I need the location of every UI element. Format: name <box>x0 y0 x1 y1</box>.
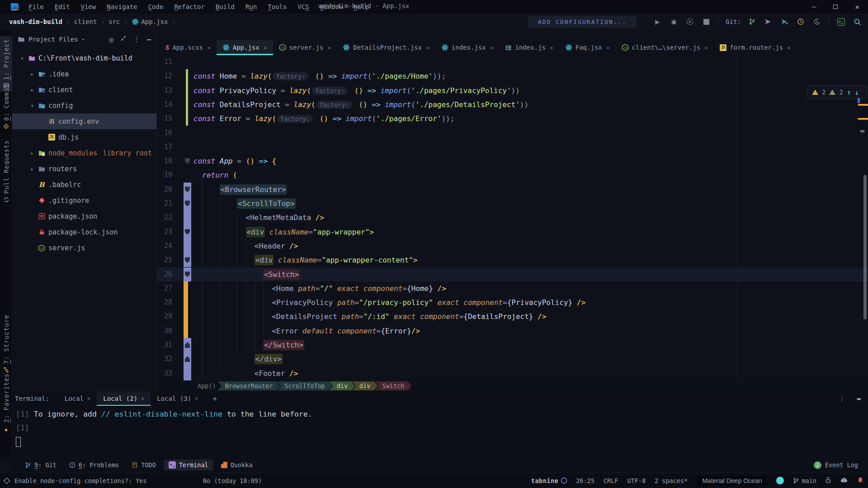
chevron-right-icon[interactable]: ▸ <box>28 71 37 77</box>
editor-tab-faq-jsx[interactable]: Faq.jsx× <box>559 40 616 55</box>
toolwindow-button-todo[interactable]: TODO <box>127 460 160 470</box>
notification-text[interactable]: Enable node-config completions?: Yes <box>14 477 147 484</box>
close-tab-icon[interactable]: × <box>490 44 494 51</box>
notification-secondary[interactable]: No (today 18:09) <box>203 477 262 484</box>
editor-tab-detailsproject-jsx[interactable]: DetailsProject.jsx× <box>337 40 435 55</box>
terminal-tab-local-3-[interactable]: Local (3)× <box>151 391 204 406</box>
breadcrumb-tag-browserrouter[interactable]: BrowserRouter <box>218 381 280 390</box>
locate-file-icon[interactable]: ◎ <box>109 35 113 44</box>
event-log-button[interactable]: 2Event Log <box>814 461 868 469</box>
fold-marker-icon[interactable] <box>185 158 190 164</box>
toolwindow-button-9-git[interactable]: 9: Git <box>20 460 61 470</box>
hide-panel-icon[interactable]: — <box>147 35 151 43</box>
terminal-options-kebab-icon[interactable]: ⋮ <box>839 395 845 402</box>
tree-row-db-js[interactable]: JSdb.js <box>12 129 156 145</box>
menu-navigate[interactable]: Navigate <box>102 2 142 11</box>
collapse-all-icon[interactable] <box>120 35 127 43</box>
close-tab-icon[interactable]: × <box>264 44 267 51</box>
close-tab-icon[interactable]: × <box>207 44 211 51</box>
terminal-tab-local[interactable]: Local× <box>58 391 97 406</box>
close-tab-icon[interactable]: × <box>550 44 553 51</box>
notifications-bell-icon[interactable] <box>857 477 863 485</box>
chevron-right-icon[interactable]: ▸ <box>28 166 37 172</box>
tree-row-config[interactable]: ▾config <box>12 98 156 113</box>
editor-tab-server-js[interactable]: JSserver.js× <box>273 40 337 55</box>
tree-row--babelrc[interactable]: B.babelrc <box>12 177 156 192</box>
close-tab-icon[interactable]: × <box>426 44 429 51</box>
stripe-item-0-commit[interactable]: 0: Commit <box>0 84 12 129</box>
breadcrumb-item[interactable]: src <box>108 18 120 25</box>
editor-tab-form-router-js[interactable]: JSform.router.js× <box>714 40 797 55</box>
tree-row-node-modules[interactable]: ▸node_moduleslibrary root <box>12 145 156 161</box>
tree-row-c-front-vash-dim-build[interactable]: ▾C:\Front\vash-dim-build <box>12 50 156 66</box>
tabnine-widget[interactable]: tabnine <box>531 477 567 484</box>
editor-tab-index-jsx[interactable]: index.jsx× <box>435 40 500 55</box>
tree-row-package-json[interactable]: package.json <box>12 208 156 224</box>
menu-vcs[interactable]: VCS <box>293 2 313 11</box>
menu-tools[interactable]: Tools <box>263 2 291 11</box>
run-icon[interactable]: ▶ <box>653 17 662 26</box>
git-branch-widget[interactable]: main <box>793 477 816 484</box>
close-tab-icon[interactable]: × <box>87 395 90 402</box>
git-update-icon[interactable] <box>764 17 773 26</box>
search-everywhere-icon[interactable] <box>853 17 862 26</box>
tree-row--idea[interactable]: ▸.idea <box>12 66 156 82</box>
terminal-output[interactable]: [1] To ignore, add // eslint-disable-nex… <box>16 408 864 447</box>
close-tab-icon[interactable]: × <box>327 44 331 51</box>
toolwindow-button-terminal[interactable]: >_Terminal <box>164 460 213 470</box>
new-terminal-tab-icon[interactable]: + <box>212 394 217 403</box>
caret-position[interactable]: 26:25 <box>576 477 594 484</box>
breadcrumb-item[interactable]: App.jsx <box>132 18 168 25</box>
menu-code[interactable]: Code <box>144 2 168 11</box>
git-push-icon[interactable] <box>780 17 789 26</box>
chevron-right-icon[interactable]: ▸ <box>28 150 37 156</box>
terminal-hide-icon[interactable]: ▬ <box>857 395 861 402</box>
toolwindow-button-quokka[interactable]: Quokka <box>217 460 257 470</box>
breadcrumb-item[interactable]: vash-dim-build <box>9 18 62 25</box>
editor-tab-client-server-js[interactable]: JSclient\…\server.js× <box>616 40 714 55</box>
breadcrumb-tag-switch[interactable]: Switch <box>375 381 412 390</box>
highlighting-level-icon[interactable] <box>776 477 784 484</box>
code-editor[interactable]: 1112const Home = lazy(factory: () => imp… <box>157 55 868 380</box>
minimize-icon[interactable] <box>803 0 825 14</box>
breadcrumb-tag-div[interactable]: div <box>352 381 377 390</box>
tree-row-server-js[interactable]: JSserver.js <box>12 240 156 256</box>
close-tab-icon[interactable]: × <box>606 44 610 51</box>
add-configuration-button[interactable]: ADD CONFIGURATION... <box>528 16 637 28</box>
close-tab-icon[interactable]: × <box>195 395 198 402</box>
theme-name[interactable]: Material Deep Ocean <box>697 476 767 486</box>
menu-refactor[interactable]: Refactor <box>170 2 209 11</box>
menu-view[interactable]: View <box>76 2 100 11</box>
breadcrumb-tag-app[interactable]: App() <box>193 381 221 390</box>
menu-edit[interactable]: Edit <box>50 2 75 11</box>
tree-row--gitignore[interactable]: .gitignore <box>12 192 156 208</box>
menu-build[interactable]: Build <box>211 2 239 11</box>
stop-icon[interactable] <box>702 17 711 26</box>
run-with-coverage-icon[interactable] <box>685 17 694 26</box>
menu-file[interactable]: File <box>24 2 48 11</box>
close-tab-icon[interactable]: × <box>141 395 144 402</box>
indent-setting[interactable]: 2 spaces* <box>655 477 688 484</box>
editor-tab-app-jsx[interactable]: App.jsx× <box>217 40 273 55</box>
local-history-icon[interactable] <box>796 17 805 26</box>
toolwindow-button-6-problems[interactable]: 6: Problems <box>65 460 123 470</box>
stripe-item-2-favorites[interactable]: 2: Favorites★ <box>0 373 12 433</box>
unlock-icon[interactable] <box>826 477 831 485</box>
file-encoding[interactable]: UTF-8 <box>627 477 646 484</box>
breadcrumb-tag-div[interactable]: div <box>330 381 355 390</box>
code-analysis-icon[interactable]: ? <box>840 477 848 484</box>
webstorm-logo-icon[interactable]: WS <box>11 3 19 11</box>
chevron-down-icon[interactable]: ▾ <box>18 55 27 61</box>
tree-row-package-lock-json[interactable]: package-lock.json <box>12 224 156 240</box>
close-icon[interactable]: × <box>846 0 868 14</box>
breadcrumb-tag-scrolltotop[interactable]: ScrollToTop <box>277 381 332 390</box>
debug-icon[interactable] <box>669 17 678 26</box>
prev-problem-arrow-icon[interactable]: ↑ <box>847 88 851 97</box>
close-tab-icon[interactable]: × <box>704 44 708 51</box>
breadcrumb-item[interactable]: client <box>74 18 97 25</box>
chevron-down-icon[interactable]: ▾ <box>28 103 37 109</box>
project-view-selector[interactable]: Project Files <box>28 36 78 43</box>
close-tab-icon[interactable]: × <box>787 44 791 51</box>
menu-run[interactable]: Run <box>241 2 261 11</box>
tree-row-client[interactable]: ▸client <box>12 82 156 98</box>
